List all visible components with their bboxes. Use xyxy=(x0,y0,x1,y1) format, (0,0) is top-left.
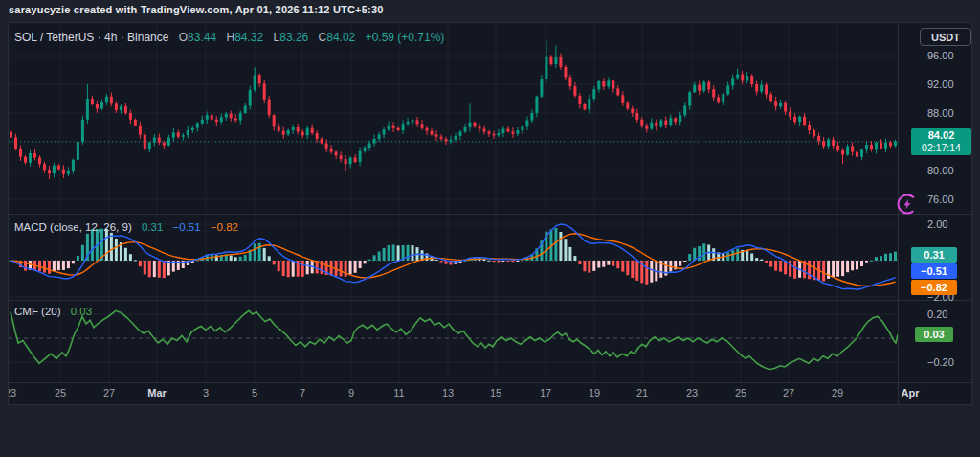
time-axis-tick: 23 xyxy=(9,387,16,399)
time-axis-tick: 21 xyxy=(636,387,648,399)
time-axis-tick: 29 xyxy=(832,387,843,399)
macd-title: MACD (close, 12, 26, 9) xyxy=(14,221,132,233)
time-axis-tick: 25 xyxy=(55,387,66,399)
chart-canvas[interactable] xyxy=(9,24,898,382)
change-value: +0.59 (+0.71%) xyxy=(366,31,445,44)
time-axis-tick: 25 xyxy=(735,387,746,399)
time-axis-tick: 13 xyxy=(442,387,454,399)
cmf-legend[interactable]: CMF (20) 0.03 xyxy=(14,306,92,317)
symbol-legend[interactable]: SOL / TetherUS · 4h · Binance O83.44 H84… xyxy=(14,31,444,44)
low-value: 83.26 xyxy=(279,31,308,44)
time-axis-tick: 15 xyxy=(490,387,501,399)
tradingview-snapshot: sarayucyzie created with TradingView.com… xyxy=(0,0,980,457)
open-value: 83.44 xyxy=(188,31,216,44)
time-axis-tick: 7 xyxy=(300,387,305,399)
close-value: 84.02 xyxy=(326,31,355,44)
macd-value-badge: 0.31 xyxy=(911,247,957,263)
macd-line-value: −0.51 xyxy=(173,221,201,233)
cmf-axis-label: −0.20 xyxy=(927,355,954,369)
open-label: O xyxy=(179,31,188,44)
time-axis-tick: 23 xyxy=(686,387,698,399)
price-axis-label: 80.00 xyxy=(927,164,954,177)
last-price-value: 84.02 xyxy=(928,129,955,142)
cmf-value-badge: 0.03 xyxy=(915,327,953,342)
pane-separator[interactable] xyxy=(9,214,971,215)
macd-signal-value: −0.82 xyxy=(211,221,238,233)
price-axis-label: 96.00 xyxy=(927,49,954,62)
macd-value-badge: −0.82 xyxy=(911,280,957,295)
currency-toggle-button[interactable]: USDT xyxy=(920,28,971,46)
time-axis-tick: 11 xyxy=(393,387,404,399)
magenta-sticker-icon[interactable] xyxy=(895,192,920,217)
macd-hist-value: 0.31 xyxy=(142,221,163,233)
cmf-title: CMF (20) xyxy=(14,306,61,317)
time-axis-tick: 3 xyxy=(203,387,209,399)
price-axis-label: 92.00 xyxy=(927,78,954,91)
time-axis-tick: 5 xyxy=(252,387,257,399)
cmf-value: 0.03 xyxy=(71,306,92,317)
cmf-axis-label: 0.20 xyxy=(927,308,947,321)
last-price-badge: 84.0202:17:14 xyxy=(911,128,971,155)
footer-bar: TradingView xyxy=(0,405,980,457)
price-axis-label: 76.00 xyxy=(927,193,954,206)
pane-separator[interactable] xyxy=(9,300,971,301)
macd-value-badge: −0.51 xyxy=(911,263,957,279)
time-axis-tick: Mar xyxy=(147,387,167,399)
attribution-text: sarayucyzie created with TradingView.com… xyxy=(9,4,384,15)
time-axis-tick: 27 xyxy=(783,387,794,399)
close-label: C xyxy=(319,31,327,44)
time-axis-tick: 27 xyxy=(103,387,115,399)
symbol-title: SOL / TetherUS · 4h · Binance xyxy=(14,31,168,44)
time-axis-tick: 17 xyxy=(540,387,551,399)
time-scale[interactable]: 232527Mar357911131517192123252729Apr xyxy=(9,382,971,404)
time-axis-tick: 9 xyxy=(348,387,354,399)
countdown-timer: 02:17:14 xyxy=(922,142,961,154)
macd-legend[interactable]: MACD (close, 12, 26, 9) 0.31 −0.51 −0.82 xyxy=(14,221,238,233)
high-value: 84.32 xyxy=(234,31,263,44)
time-axis-tick: 19 xyxy=(589,387,600,399)
price-axis-label: 88.00 xyxy=(927,106,954,120)
chart-widget: SOL / TetherUS · 4h · Binance O83.44 H84… xyxy=(8,22,972,405)
high-label: H xyxy=(226,31,234,44)
macd-axis-label: 2.00 xyxy=(927,217,947,231)
